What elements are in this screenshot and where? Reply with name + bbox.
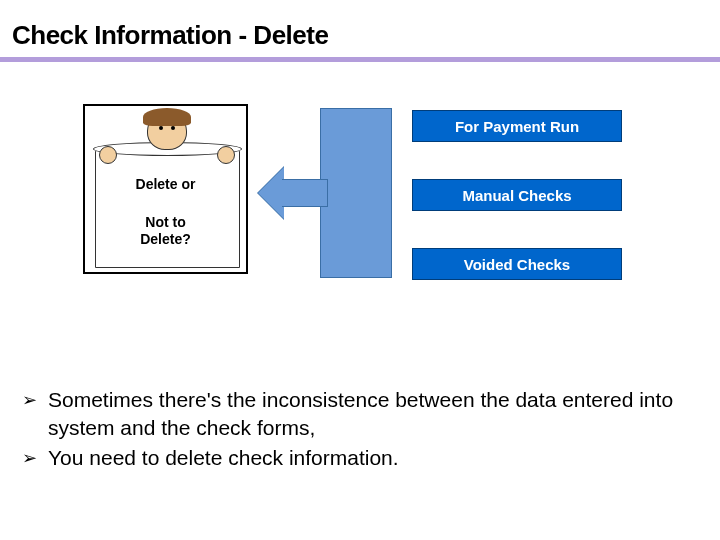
- cartoon-eye-left: [159, 126, 163, 130]
- cartoon-text-line2: Not toDelete?: [85, 214, 246, 248]
- diagram-area: Delete or Not toDelete? For Payment Run …: [0, 62, 720, 322]
- cartoon-hand-left: [99, 146, 117, 164]
- bullet-list: ➢ Sometimes there's the inconsistence be…: [22, 386, 692, 474]
- cartoon-hand-right: [217, 146, 235, 164]
- cartoon-illustration: Delete or Not toDelete?: [83, 104, 248, 274]
- cartoon-text-line1: Delete or: [85, 176, 246, 192]
- scroll-paper: [95, 148, 240, 268]
- bullet-marker-icon: ➢: [22, 444, 42, 472]
- bullet-item: ➢ Sometimes there's the inconsistence be…: [22, 386, 692, 442]
- vertical-block: [320, 108, 392, 278]
- bullet-text: You need to delete check information.: [48, 444, 399, 472]
- cartoon-hair: [143, 108, 191, 126]
- label-manual-checks: Manual Checks: [412, 179, 622, 211]
- left-arrow-icon: [258, 167, 328, 219]
- cartoon-eye-right: [171, 126, 175, 130]
- label-voided-checks: Voided Checks: [412, 248, 622, 280]
- label-for-payment-run: For Payment Run: [412, 110, 622, 142]
- bullet-text: Sometimes there's the inconsistence betw…: [48, 386, 692, 442]
- bullet-item: ➢ You need to delete check information.: [22, 444, 692, 472]
- bullet-marker-icon: ➢: [22, 386, 42, 414]
- page-title: Check Information - Delete: [0, 0, 720, 57]
